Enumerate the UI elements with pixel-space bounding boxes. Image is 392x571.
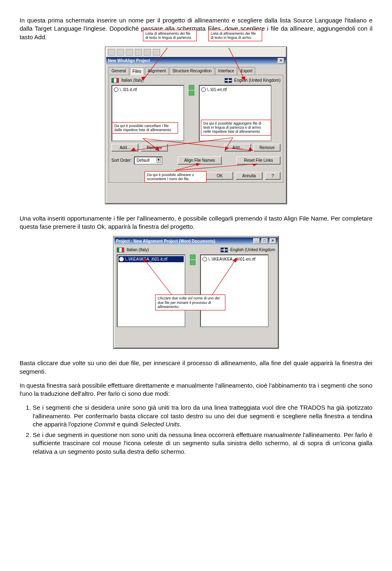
source-lang-label: Italian (Italy): [127, 247, 149, 253]
paragraph-4: In questa finestra sarà possibile effett…: [20, 381, 372, 398]
callout-doubleclick: Cliccare due volte sul nome di uno dei d…: [155, 294, 225, 310]
tab-interface[interactable]: Interface: [215, 67, 237, 75]
paragraph-2: Una volta inseriti opportunamente i file…: [20, 214, 372, 231]
remove-source-button[interactable]: Remove: [141, 144, 168, 152]
flag-uk-icon: [220, 248, 228, 252]
tab-files[interactable]: Files: [130, 67, 144, 76]
close-icon[interactable]: ×: [270, 238, 276, 244]
file-icon: [201, 87, 206, 92]
close-icon[interactable]: ×: [278, 58, 284, 64]
remove-target-button[interactable]: Remove: [254, 144, 281, 152]
list-item[interactable]: \..\01-it.rtf: [113, 87, 183, 93]
list-item[interactable]: \..\IKEA\IKEA_it\01-it.rtf: [118, 256, 184, 263]
callout-source-list: Lista di allineamento dei file di testo …: [143, 30, 197, 42]
reset-file-links-button[interactable]: Reset File Links: [236, 156, 281, 165]
list-item-2: Se i due segmenti in questione non sono …: [33, 431, 372, 456]
flag-uk-icon: [225, 78, 232, 83]
list-item-1: Se i segmenti che si desidera unire sono…: [33, 404, 372, 428]
window-titlebar: Project : New Alignment Project (Word Do…: [114, 237, 278, 245]
add-target-button[interactable]: Add...: [224, 144, 251, 152]
callout-align: Da qui è possibile allineare o sconnette…: [145, 171, 207, 183]
window-title: New WinAlign Project: [108, 58, 150, 64]
target-lang-label: English (United Kingdom: [230, 247, 275, 253]
window-titlebar: New WinAlign Project ×: [106, 57, 286, 65]
source-lang-label: Italian (Italy): [121, 78, 143, 83]
sort-order-combo[interactable]: Default: [134, 156, 163, 165]
flag-it-icon: [111, 78, 119, 83]
tab-structure[interactable]: Structure Recognition: [169, 67, 214, 75]
callout-target-list: Lista di allineamento dei file di testo …: [208, 30, 262, 42]
tab-alignment[interactable]: Alignment: [145, 67, 169, 75]
maximize-icon[interactable]: □: [261, 238, 268, 244]
file-icon: [203, 257, 207, 261]
tab-general[interactable]: General: [109, 67, 129, 75]
callout-remove: Da qui è possibile cancellare i file dal…: [112, 122, 178, 134]
link-icons: [188, 254, 198, 265]
source-files-list[interactable]: \..\IKEA\IKEA_it\01-it.rtf: [117, 254, 185, 327]
tab-strip: General Files Alignment Structure Recogn…: [106, 65, 286, 75]
add-source-button[interactable]: Add...: [111, 144, 138, 152]
paragraph-3: Basta cliccare due volte su uno dei due …: [20, 359, 372, 376]
tab-export[interactable]: Export: [238, 67, 255, 75]
list-item[interactable]: \..\IKEA\IKEA_uk\01-en.rtf: [202, 256, 267, 263]
sort-order-label: Sort Order:: [111, 158, 131, 163]
link-icons: [187, 85, 196, 96]
window-title: Project : New Alignment Project (Word Do…: [116, 239, 215, 244]
figure-2: Project : New Alignment Project (Word Do…: [20, 236, 372, 348]
align-file-names-button[interactable]: Align File Names: [178, 156, 222, 165]
file-icon: [114, 87, 118, 92]
list-item[interactable]: \..\01-en.rtf: [200, 87, 270, 93]
callout-add: Da qui è possibile aggiungere file di te…: [201, 120, 271, 136]
cancel-button[interactable]: Annulla: [236, 172, 263, 180]
file-icon: [119, 257, 124, 261]
minimize-icon[interactable]: _: [253, 238, 260, 244]
figure-1: New WinAlign Project × General Files Ali…: [20, 47, 372, 204]
help-button[interactable]: ?: [265, 172, 281, 180]
ok-button[interactable]: OK: [206, 172, 233, 180]
target-lang-label: English (United Kingdom): [234, 78, 281, 83]
instructions-list: Se i segmenti che si desidera unire sono…: [20, 404, 372, 456]
app-toolbar: [106, 48, 286, 57]
target-files-list[interactable]: \..\IKEA\IKEA_uk\01-en.rtf: [200, 254, 269, 327]
flag-it-icon: [117, 248, 124, 252]
